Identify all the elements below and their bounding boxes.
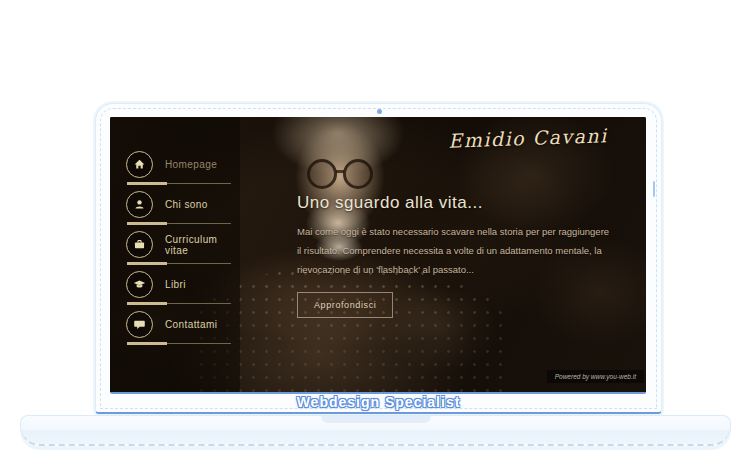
sidebar-divider [127,222,231,225]
sidebar-item-label: Homepage [165,159,217,170]
sidebar-item-label: Libri [165,279,186,290]
chat-bubble-icon [126,311,153,338]
hero-body: Mai come oggi è stato necessario scavare… [297,222,627,279]
sidebar-item-homepage[interactable]: Homepage [110,151,240,185]
user-icon [126,191,153,218]
sidebar-item-label: Contattami [165,319,217,330]
website-screen: Emidio Cavani Homepage [110,117,646,394]
home-icon [126,151,153,178]
sidebar-divider [127,182,231,185]
hero-section: Uno sguardo alla vita... Mai come oggi è… [297,193,627,318]
hero-body-line: Mai come oggi è stato necessario scavare… [297,222,627,241]
page: Emidio Cavani Homepage [0,0,751,458]
sidebar: Homepage Chi sono [110,117,240,392]
laptop-frame: Emidio Cavani Homepage [95,103,662,414]
bezel-reflection [653,181,655,197]
webcam-dot [377,109,382,114]
laptop-caption: Webdesign Specialist [96,394,661,410]
powered-badge[interactable]: Powered by www.you-web.it [547,370,644,383]
graduation-cap-icon [126,271,153,298]
laptop-base [20,415,731,446]
sidebar-item-label: Curriculum vitae [165,234,240,256]
sidebar-item-label: Chi sono [165,199,208,210]
sidebar-item-chi-sono[interactable]: Chi sono [110,191,240,225]
hero-body-line: rievocazione di un 'flashback' al passat… [297,260,627,279]
sidebar-divider [127,342,231,345]
sidebar-divider [127,262,231,265]
sidebar-item-curriculum[interactable]: Curriculum vitae [110,231,240,265]
sidebar-item-libri[interactable]: Libri [110,271,240,305]
hero-body-line: il risultato. Comprendere necessita a vo… [297,241,627,260]
hero-title: Uno sguardo alla vita... [297,193,627,213]
approfondisci-button[interactable]: Approfondisci [297,292,393,318]
sidebar-divider [127,302,231,305]
sidebar-item-contattami[interactable]: Contattami [110,311,240,345]
briefcase-icon [126,231,153,258]
laptop-hinge-notch [321,416,431,423]
